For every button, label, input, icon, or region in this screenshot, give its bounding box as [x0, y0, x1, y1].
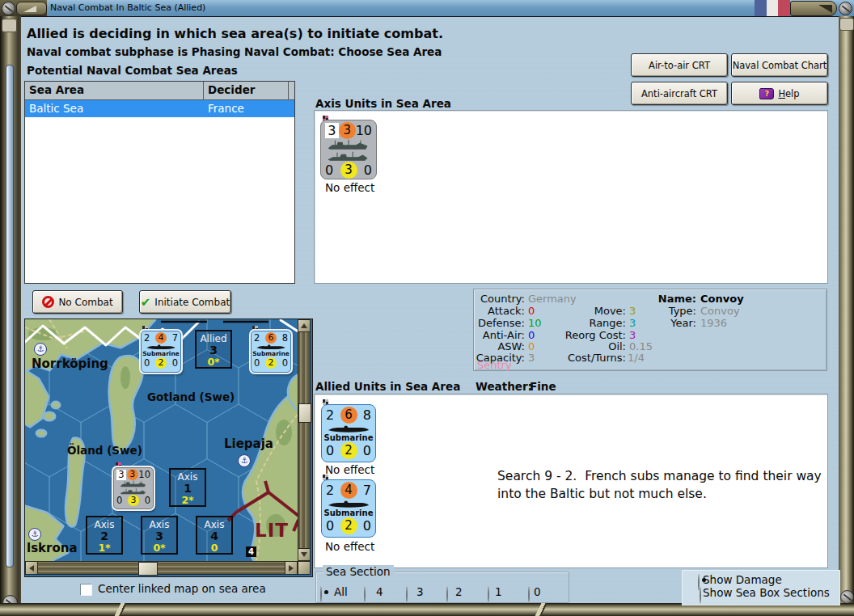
port-anchor-icon: ⚓ [238, 454, 251, 467]
naval-combat-chart-button[interactable]: Naval Combat Chart [731, 53, 828, 77]
anti-aircraft-crt-button[interactable]: Anti-aircraft CRT [631, 82, 728, 105]
axis-convoy-counter[interactable]: 3 3 10 0 3 0 [320, 120, 377, 179]
info-value: Convoy [700, 305, 740, 317]
seabox-allied[interactable]: Allied 3 0* [195, 330, 232, 369]
city-label: lskrona [27, 541, 78, 555]
map-convoy-counter[interactable]: 3 3 10 0 3 0 [113, 467, 154, 509]
cell-sea-area: Baltic Sea [29, 102, 83, 115]
allied-sub-counter-1[interactable]: 2 6 8 Submarine 0 2 0 [321, 404, 376, 462]
no-combat-button[interactable]: No Combat [32, 290, 123, 314]
allied-sub-counter-2[interactable]: 2 4 7 Submarine 0 2 0 [321, 479, 376, 538]
sea-section-legend: Sea Section [323, 565, 394, 578]
hex-stack-badge: 4 [246, 546, 256, 557]
button-label: Initiate Combat [154, 297, 230, 308]
map-hscrollbar[interactable] [25, 561, 298, 575]
radio-label: 3 [416, 585, 424, 598]
window-title: Naval Combat In Baltic Sea (Allied) [50, 2, 205, 13]
seabox-axis-2[interactable]: Axis 2 1* [86, 516, 123, 555]
counter-value: 3 [340, 162, 357, 179]
center-map-label: Center linked map on sea area [98, 582, 266, 595]
table-header: Sea Area Decider [25, 82, 294, 100]
vscroll-thumb[interactable] [298, 403, 311, 423]
info-value: 3 [528, 352, 535, 364]
weather-value: Fine [530, 380, 556, 393]
submarine-icon [327, 425, 370, 433]
city-label: Norrköping [32, 357, 108, 371]
sea-area-list[interactable]: Sea Area Decider Baltic Sea France [24, 81, 295, 284]
table-row[interactable]: Baltic Sea France [25, 100, 294, 117]
radio-show-sections[interactable] [700, 587, 701, 604]
help-book-icon: ? [759, 88, 774, 99]
seabox-axis-3[interactable]: Axis 3 0* [141, 516, 178, 555]
radio-sea-section-3[interactable] [406, 586, 408, 603]
info-label: ASW: [474, 340, 525, 352]
help-button[interactable]: ? Help [731, 82, 828, 105]
hscroll-thumb[interactable] [138, 562, 158, 576]
col-decider: Decider [208, 83, 255, 96]
scroll-right-button[interactable] [285, 561, 298, 575]
info-value: 0.15 [629, 340, 653, 352]
map-sub-counter[interactable]: 2 4 7 Submarine 0 2 0 [141, 331, 181, 373]
system-menu-icon[interactable] [16, 2, 47, 15]
french-flag-icon [755, 0, 790, 16]
map-sub-counter[interactable]: 2 6 8 Submarine 0 2 0 [251, 331, 291, 373]
radio-sea-section-0[interactable] [528, 586, 530, 603]
island-label: Öland (Swe) [67, 444, 142, 457]
info-value: 1/4 [628, 352, 645, 364]
map-vscrollbar[interactable] [298, 319, 311, 561]
initiate-combat-button[interactable]: ✔ Initiate Combat [139, 290, 231, 314]
center-map-checkbox[interactable] [80, 584, 92, 596]
counter-value: 10 [356, 123, 372, 138]
info-value: 3 [629, 329, 636, 341]
info-label: Cost/Turns: [539, 352, 626, 364]
title-bar[interactable]: Naval Combat In Baltic Sea (Allied) [0, 0, 854, 17]
counter-value: 0 [325, 162, 333, 178]
weather-label: Weather: [476, 380, 532, 393]
button-label: Help [778, 88, 799, 99]
seabox-axis-1[interactable]: Axis 1 2* [169, 468, 206, 507]
island-label: Gotland (Swe) [147, 390, 235, 403]
radio-label: 4 [376, 585, 383, 598]
radio-sea-section-4[interactable] [364, 586, 366, 603]
air-to-air-crt-button[interactable]: Air-to-air CRT [631, 53, 728, 77]
radio-label: Show Damage [703, 573, 782, 586]
window-control-handle[interactable] [790, 1, 837, 16]
scroll-corner [298, 561, 311, 575]
convoy-ships-icon [324, 139, 373, 162]
info-label: Defense: [474, 317, 525, 329]
scroll-down-button[interactable] [298, 548, 311, 561]
info-value: 0 [528, 340, 535, 352]
radio-label: 2 [455, 585, 463, 598]
info-label: Attack: [474, 305, 525, 317]
info-label: Type: [619, 305, 696, 317]
sentry-status: Sentry [477, 359, 512, 371]
button-label: No Combat [58, 297, 112, 308]
cell-decider: France [208, 102, 244, 115]
button-label: Anti-aircraft CRT [641, 88, 717, 99]
linked-map-view[interactable]: ⚓ Norrköping Gotland (Swe) Öland (Swe) L… [24, 319, 313, 577]
info-label: Year: [619, 317, 696, 329]
seabox-axis-4[interactable]: Axis 4 0 [196, 516, 233, 555]
scroll-up-button[interactable] [298, 319, 311, 332]
frame-tab [2, 19, 17, 32]
info-label: Range: [539, 317, 626, 329]
frame-decor [109, 603, 133, 616]
radio-label: All [334, 585, 348, 598]
radio-label: 0 [534, 585, 541, 598]
info-value: 0 [528, 305, 535, 317]
scroll-left-button[interactable] [25, 561, 38, 575]
radio-sea-section-all[interactable] [320, 586, 322, 603]
port-anchor-icon: ⚓ [34, 343, 47, 356]
submarine-icon [327, 500, 370, 508]
screw-icon [2, 2, 15, 15]
main-heading: Allied is deciding in which sea area(s) … [27, 26, 443, 41]
radio-sea-section-1[interactable] [488, 586, 489, 603]
submarine-icon [146, 344, 176, 350]
submarine-icon [256, 344, 286, 350]
allied-panel-title: Allied Units in Sea Area [315, 380, 460, 393]
info-label: Reorg Cost: [539, 329, 626, 341]
screw-icon [839, 2, 852, 15]
table-heading: Potential Naval Combat Sea Areas [27, 64, 238, 77]
check-icon: ✔ [141, 298, 151, 306]
radio-sea-section-2[interactable] [446, 586, 448, 603]
